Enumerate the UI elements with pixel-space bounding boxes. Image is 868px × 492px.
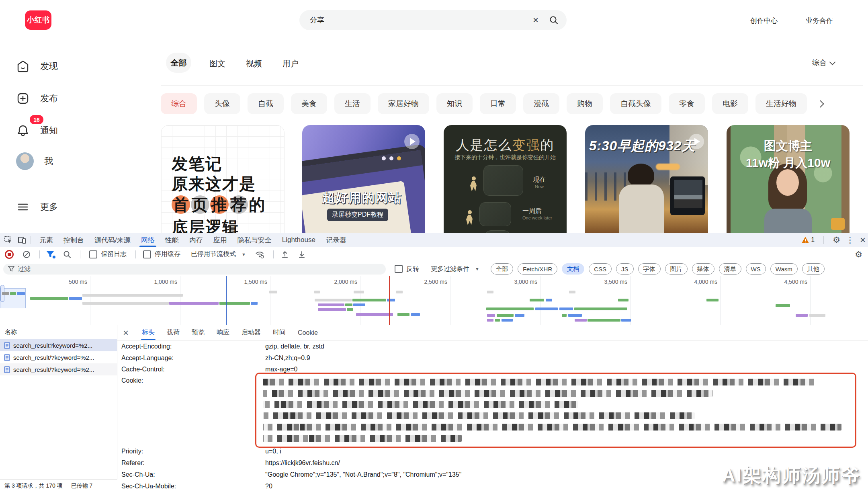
waterfall-bar [487,291,493,293]
chip-dianying[interactable]: 电影 [712,93,748,114]
note-card-3[interactable]: 人是怎么变强的 接下来的十分钟，也许就是你变强的开始 现在Now 一周后One … [444,125,567,233]
disable-cache-checkbox[interactable] [143,250,151,258]
detail-tab-timing[interactable]: 时间 [273,325,286,340]
network-overview[interactable]: 500 ms1,000 ms1,500 ms2,000 ms2,500 ms3,… [0,276,868,326]
request-list-header[interactable]: 名称 [0,325,117,339]
preserve-log-checkbox[interactable] [89,250,97,258]
devtools-tab-recorder[interactable]: 记录器 [326,233,346,247]
note-card-2[interactable]: 超好用的网站 录屏秒变PDF教程 [302,125,425,233]
chip-shenghuohaowu[interactable]: 生活好物 [755,93,807,114]
search-value[interactable]: 分享 [310,15,533,25]
play-icon[interactable] [689,134,704,149]
devtools-tab-lighthouse[interactable]: Lighthouse [282,233,315,247]
tab-all[interactable]: 全部 [166,53,191,73]
sidebar-item-me[interactable]: 我 [16,152,113,170]
devtools-tab-application[interactable]: 应用 [213,233,227,247]
detail-tab-payload[interactable]: 载荷 [167,325,180,340]
search-icon[interactable] [549,15,559,25]
sidebar-item-notifications[interactable]: 通知 [16,121,113,140]
clear-icon[interactable] [23,250,31,258]
devtools-tab-network[interactable]: 网络 [141,233,155,247]
chip-zijie[interactable]: 自截 [248,93,284,114]
devtools-tab-privacy[interactable]: 隐私与安全 [237,233,272,247]
request-row[interactable]: search_result/?keyword=%2... [0,363,117,375]
filter-pill-ws[interactable]: WS [746,263,766,275]
filter-pill-js[interactable]: JS [616,263,634,275]
devtools-tab-memory[interactable]: 内存 [189,233,203,247]
filter-pill-css[interactable]: CSS [589,263,612,275]
detail-tab-preview[interactable]: 预览 [192,325,205,340]
tick-label: 4,500 ms [784,279,807,285]
filter-pill-wasm[interactable]: Wasm [770,263,798,275]
waterfall-bar [588,319,620,322]
network-conditions-icon[interactable] [255,250,264,258]
sidebar-item-discover[interactable]: 发现 [16,57,113,76]
close-detail-icon[interactable]: × [123,327,129,338]
inspect-element-icon[interactable] [3,235,14,245]
filter-pill-all[interactable]: 全部 [491,263,513,275]
chip-touxiang[interactable]: 头像 [204,93,240,114]
chip-zonghe[interactable]: 综合 [161,93,197,114]
chip-zhishi[interactable]: 知识 [436,93,473,114]
import-har-icon[interactable] [281,250,289,258]
devtools-tab-console[interactable]: 控制台 [63,233,84,247]
chip-meishi[interactable]: 美食 [291,93,327,114]
invert-checkbox[interactable] [395,265,403,273]
detail-tab-initiator[interactable]: 启动器 [242,325,261,340]
sidebar-item-more[interactable]: 更多 [16,198,113,216]
business-link[interactable]: 业务合作 [806,16,833,25]
tab-user[interactable]: 用户 [283,58,299,69]
clear-search-icon[interactable]: × [533,14,538,26]
detail-tab-response[interactable]: 响应 [217,325,229,340]
detail-tab-cookie[interactable]: Cookie [298,325,318,340]
request-row[interactable]: search_result/?keyword=%2... [0,351,117,363]
close-icon[interactable]: × [860,234,866,246]
more-filters-dropdown[interactable]: 更多过滤条件 [431,265,469,273]
tab-video[interactable]: 视频 [246,58,262,69]
device-toolbar-icon[interactable] [17,235,27,245]
note-card-1[interactable]: 发笔记 原来这才是 首页推荐的 底层逻辑 [161,125,285,234]
detail-tab-headers[interactable]: 标头 [142,325,155,340]
record-button[interactable] [5,250,14,259]
devtools-tab-sources[interactable]: 源代码/来源 [94,233,131,247]
chip-gouwu[interactable]: 购物 [567,93,603,114]
filter-pill-manifest[interactable]: 清单 [719,263,741,275]
waterfall-bar [318,303,344,306]
request-row[interactable]: search_result?keyword=%2... [0,339,117,351]
kebab-menu-icon[interactable]: ⋮ [846,235,854,245]
chip-lingshi[interactable]: 零食 [669,93,705,114]
chips-scroll-right-button[interactable] [814,93,826,114]
chip-zijietouxiang[interactable]: 自截头像 [610,93,661,114]
filter-pill-other[interactable]: 其他 [802,263,825,275]
xiaohongshu-logo[interactable]: 小红书 [25,10,51,30]
note-card-4[interactable]: 5:30早起的932天 [585,125,708,233]
filter-pill-doc[interactable]: 文档 [562,263,584,275]
sidebar-item-publish[interactable]: 发布 [16,89,113,108]
devtools-tab-elements[interactable]: 元素 [39,233,53,247]
gear-icon[interactable]: ⚙ [833,235,840,245]
chip-shenghuo[interactable]: 生活 [334,93,371,114]
tab-image-text[interactable]: 图文 [209,58,225,69]
chip-manjie[interactable]: 漫截 [523,93,559,114]
issues-button[interactable]: 1 [802,236,815,244]
filter-pill-fetch-xhr[interactable]: Fetch/XHR [518,263,557,275]
export-har-icon[interactable] [298,250,306,258]
search-input[interactable]: 分享 × [299,10,567,30]
filter-pill-img[interactable]: 图片 [665,263,688,275]
search-network-icon[interactable] [63,250,71,258]
waterfall-bar [82,294,183,297]
filter-pill-font[interactable]: 字体 [638,263,661,275]
network-settings-gear-icon[interactable]: ⚙ [855,250,862,259]
filter-input[interactable]: 过滤 [3,264,386,275]
chip-jiaju[interactable]: 家居好物 [378,93,429,114]
creator-center-link[interactable]: 创作中心 [750,16,778,25]
filter-funnel-icon[interactable] [46,251,54,258]
waterfall-bar [387,299,395,301]
filter-pill-media[interactable]: 媒体 [692,263,714,275]
note-card-5[interactable]: 图文博主 11w粉 月入10w [727,125,850,233]
chip-richang[interactable]: 日常 [480,93,516,114]
play-icon[interactable] [404,134,420,149]
throttling-dropdown[interactable]: 已停用节流模式 [191,250,236,258]
devtools-tab-performance[interactable]: 性能 [165,233,179,247]
sort-dropdown[interactable]: 综合 [812,58,835,68]
